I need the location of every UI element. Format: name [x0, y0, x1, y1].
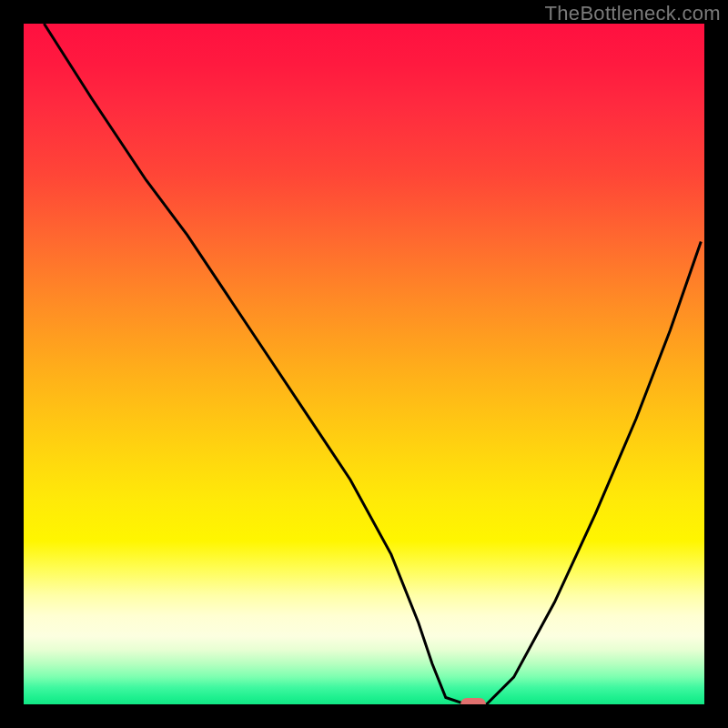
bottleneck-curve — [44, 24, 701, 704]
plot-area — [24, 24, 704, 704]
watermark-text: TheBottleneck.com — [545, 2, 721, 25]
curve-svg — [24, 24, 704, 704]
chart-frame: TheBottleneck.com — [0, 0, 728, 728]
optimal-marker — [460, 698, 486, 704]
